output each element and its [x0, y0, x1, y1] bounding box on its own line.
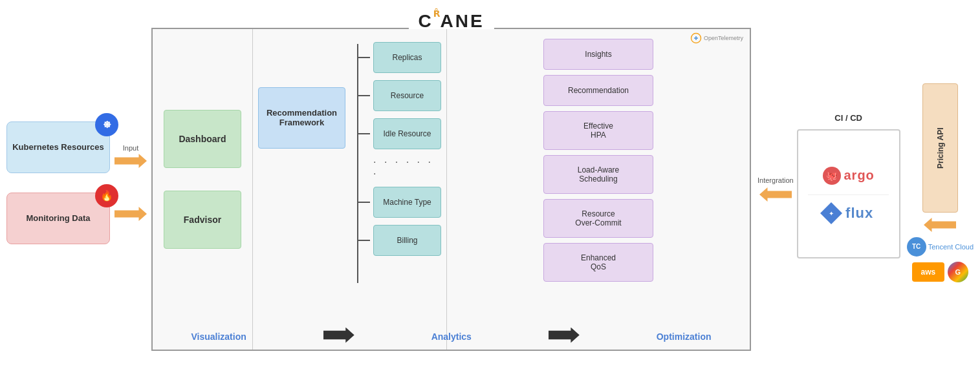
dashboard-box: Dashboard: [164, 110, 241, 168]
optimization-col: OpenTelemetry Insights Recommendation Ef…: [447, 29, 750, 350]
main-layout: Kubernetes Resources ⎈ Monitoring Data 🔥…: [0, 0, 980, 378]
intergration-arrow: [759, 187, 792, 202]
tencent-icon: TC: [907, 237, 926, 257]
left-inputs-col: Kubernetes Resources ⎈ Monitoring Data 🔥: [6, 121, 110, 244]
insights-box: Insights: [543, 39, 653, 70]
opentelemetry-area: OpenTelemetry: [690, 32, 743, 44]
resource-row: Resource: [358, 80, 441, 111]
viz-footer: Visualization: [191, 328, 246, 346]
divider: [808, 194, 889, 195]
pricing-arrow: [924, 218, 956, 232]
arrow-footer-2: [549, 328, 580, 346]
input-arrows: [114, 154, 147, 221]
resource-box: Resource: [373, 80, 441, 111]
analytics-col: RecommendationFramework: [253, 29, 447, 350]
pricing-api-box: Pricing API: [922, 83, 958, 213]
h-connector-4: [358, 202, 370, 203]
footer-labels: Visualization Analytics Optimization: [153, 328, 750, 346]
input-arrow-bottom: [114, 207, 147, 221]
analytics-content: RecommendationFramework: [253, 29, 446, 330]
dots-label: · · · · · · ·: [373, 156, 441, 180]
arrow-footer-1: [323, 328, 354, 346]
analytics-items-list: Replicas Resource: [358, 42, 441, 256]
machine-type-row: Machine Type: [358, 187, 441, 218]
h-connector-3: [358, 133, 370, 134]
right-integration-col: Intergration: [757, 176, 794, 208]
connector-vertical: [351, 44, 358, 283]
fadvisor-box: Fadvisor: [164, 191, 241, 249]
cicd-box: 🐙 argo ✦ flux: [797, 129, 900, 258]
analytics-footer: Analytics: [431, 328, 472, 346]
analytics-label: Analytics: [431, 331, 472, 342]
kubernetes-label: Kubernetes Resources: [7, 142, 109, 152]
flux-label: flux: [845, 205, 873, 222]
crane-inner-cols: Dashboard Fadvisor RecommendationFramewo…: [153, 29, 750, 350]
load-aware-box: Load-AwareScheduling: [543, 155, 653, 194]
argo-label: argo: [844, 168, 875, 183]
enhanced-qos-box: EnhancedQoS: [543, 243, 653, 282]
billing-row: Billing: [358, 225, 441, 256]
recommendation-framework-box: RecommendationFramework: [258, 87, 345, 149]
dots-row: · · · · · · ·: [358, 156, 441, 180]
aws-gcp-row: aws G: [912, 262, 968, 282]
cicd-title: CI / CD: [834, 113, 862, 123]
tencent-row: TC Tencent Cloud: [907, 237, 974, 257]
opentelemetry-label: OpenTelemetry: [704, 35, 743, 41]
h-connector-5: [358, 240, 370, 241]
monitoring-box: Monitoring Data 🔥: [6, 193, 110, 244]
flux-row: ✦ flux: [823, 205, 873, 222]
cicd-area: CI / CD 🐙 argo ✦ flux: [797, 113, 900, 258]
cloud-logos: TC Tencent Cloud aws G: [907, 237, 974, 282]
gcp-icon: G: [948, 262, 968, 282]
input-arrow-group: Input: [114, 144, 147, 221]
crane-main-box: C R̂ ANE Dashboard Fadvisor Rec: [151, 28, 751, 351]
idle-resource-row: Idle Resource: [358, 118, 441, 149]
kubernetes-icon: ⎈: [95, 113, 118, 136]
billing-box: Billing: [373, 225, 441, 256]
idle-resource-box: Idle Resource: [373, 118, 441, 149]
input-label: Input: [123, 144, 138, 152]
h-connector-1: [358, 57, 370, 58]
kubernetes-box: Kubernetes Resources ⎈: [6, 121, 110, 173]
effective-hpa-box: EffectiveHPA: [543, 111, 653, 150]
opt-label: Optimization: [657, 331, 712, 342]
arrow-1: [323, 328, 354, 343]
replicas-box: Replicas: [373, 42, 441, 73]
analytics-items-area: Replicas Resource: [351, 42, 441, 283]
h-connector-2: [358, 95, 370, 96]
monitoring-label: Monitoring Data: [21, 213, 96, 223]
visualization-col: Dashboard Fadvisor: [153, 29, 253, 350]
resource-overcommit-box: ResourceOver-Commit: [543, 199, 653, 238]
recommendation-box: Recommendation: [543, 75, 653, 106]
input-arrow-top: [114, 154, 147, 168]
pricing-cloud-col: Pricing API TC Tencent Cloud aws G: [907, 83, 974, 282]
replicas-row: Replicas: [358, 42, 441, 73]
flux-icon: ✦: [820, 202, 842, 224]
argo-row: 🐙 argo: [823, 167, 875, 185]
viz-label: Visualization: [191, 331, 246, 342]
monitoring-icon: 🔥: [95, 184, 118, 207]
argo-icon: 🐙: [823, 167, 841, 185]
intergration-label: Intergration: [757, 176, 794, 184]
arrow-2: [549, 328, 580, 343]
machine-type-box: Machine Type: [373, 187, 441, 218]
aws-badge: aws: [912, 262, 944, 282]
opt-footer: Optimization: [657, 328, 712, 346]
tencent-label: Tencent Cloud: [928, 243, 974, 251]
opentelemetry-icon: [690, 32, 702, 44]
